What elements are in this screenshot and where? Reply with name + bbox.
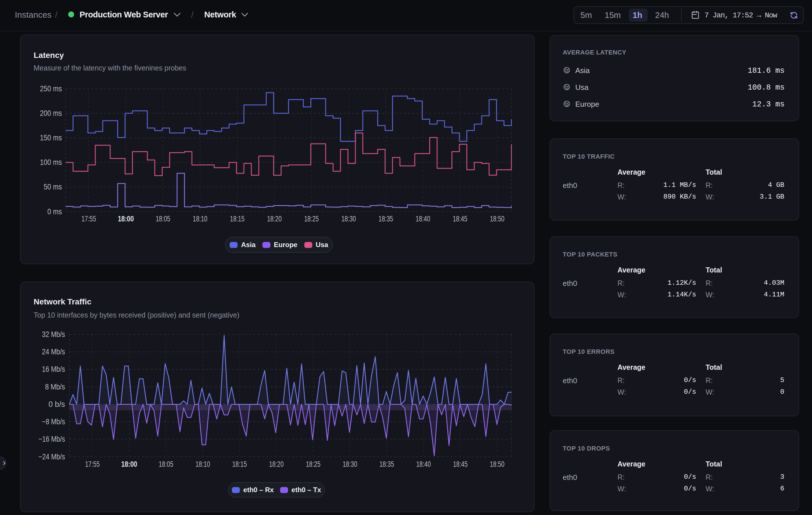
svg-text:18:20: 18:20	[269, 460, 284, 468]
svg-text:0 b/s: 0 b/s	[49, 400, 65, 408]
svg-text:200 ms: 200 ms	[40, 109, 62, 118]
svg-text:18:35: 18:35	[378, 214, 393, 223]
svg-text:18:45: 18:45	[453, 214, 467, 223]
svg-text:−24 Mb/s: −24 Mb/s	[38, 453, 65, 461]
svg-text:32 Mb/s: 32 Mb/s	[42, 330, 65, 339]
svg-text:16 Mb/s: 16 Mb/s	[42, 365, 65, 373]
svg-text:18:10: 18:10	[193, 214, 207, 223]
svg-text:100 ms: 100 ms	[40, 158, 62, 167]
svg-text:250 ms: 250 ms	[40, 84, 62, 93]
svg-text:18:20: 18:20	[267, 214, 282, 223]
svg-text:50 ms: 50 ms	[44, 182, 62, 191]
svg-text:18:45: 18:45	[453, 460, 468, 468]
svg-text:18:15: 18:15	[230, 214, 244, 223]
svg-text:18:30: 18:30	[343, 460, 357, 468]
svg-text:17:55: 17:55	[82, 214, 96, 223]
svg-text:150 ms: 150 ms	[40, 134, 62, 142]
svg-text:18:50: 18:50	[490, 460, 504, 468]
svg-text:18:05: 18:05	[156, 214, 170, 223]
svg-text:17:55: 17:55	[85, 460, 100, 468]
svg-text:18:50: 18:50	[490, 214, 504, 223]
svg-text:18:35: 18:35	[380, 460, 394, 468]
svg-text:18:00: 18:00	[118, 214, 134, 223]
svg-text:18:10: 18:10	[196, 460, 210, 468]
svg-text:18:40: 18:40	[416, 460, 431, 468]
svg-text:−8 Mb/s: −8 Mb/s	[42, 418, 65, 426]
svg-text:8 Mb/s: 8 Mb/s	[45, 382, 65, 391]
svg-text:24 Mb/s: 24 Mb/s	[42, 347, 65, 356]
svg-text:18:05: 18:05	[159, 460, 173, 468]
svg-text:18:40: 18:40	[415, 214, 430, 223]
svg-text:18:00: 18:00	[121, 460, 137, 468]
svg-text:18:15: 18:15	[232, 460, 247, 468]
svg-text:0 ms: 0 ms	[47, 207, 62, 216]
svg-text:−16 Mb/s: −16 Mb/s	[38, 435, 65, 444]
svg-text:18:30: 18:30	[341, 214, 356, 223]
svg-text:18:25: 18:25	[304, 214, 319, 223]
svg-text:18:25: 18:25	[306, 460, 321, 468]
